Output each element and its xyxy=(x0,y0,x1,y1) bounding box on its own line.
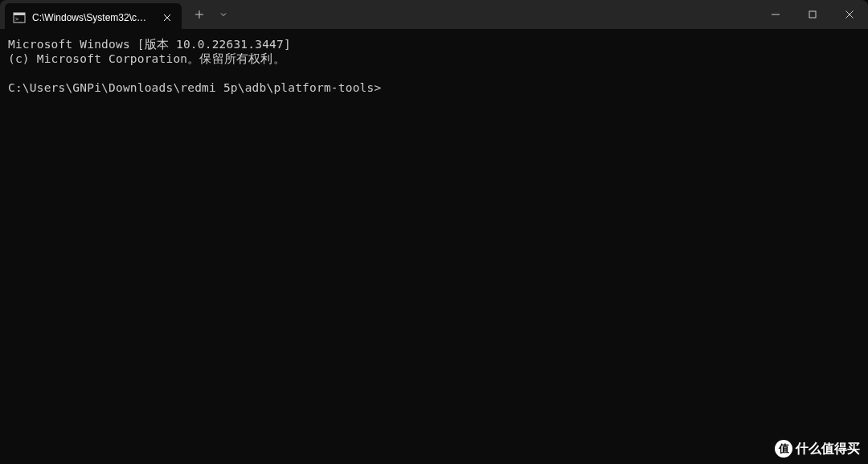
svg-rect-1 xyxy=(14,13,25,15)
terminal-output[interactable]: Microsoft Windows [版本 10.0.22631.3447] (… xyxy=(0,29,868,104)
maximize-button[interactable] xyxy=(794,0,831,29)
close-window-button[interactable] xyxy=(831,0,868,29)
watermark: 值 什么值得买 xyxy=(775,440,860,458)
prompt-line: C:\Users\GNPi\Downloads\redmi 5p\adb\pla… xyxy=(8,81,381,94)
minimize-button[interactable] xyxy=(757,0,794,29)
titlebar: >_ C:\Windows\System32\cmd.e xyxy=(0,0,868,29)
output-line: (c) Microsoft Corporation。保留所有权利。 xyxy=(8,52,285,65)
output-line: Microsoft Windows [版本 10.0.22631.3447] xyxy=(8,38,291,51)
tab-area: >_ C:\Windows\System32\cmd.e xyxy=(0,0,757,29)
window-controls xyxy=(757,0,868,29)
watermark-text: 什么值得买 xyxy=(796,441,860,458)
svg-rect-8 xyxy=(809,11,816,18)
watermark-badge: 值 xyxy=(775,440,792,458)
tab-actions xyxy=(182,0,233,29)
tab-dropdown-button[interactable] xyxy=(214,2,233,27)
tab-title: C:\Windows\System32\cmd.e xyxy=(32,12,154,23)
tab-active[interactable]: >_ C:\Windows\System32\cmd.e xyxy=(5,3,182,32)
cmd-icon: >_ xyxy=(13,11,26,24)
tab-close-button[interactable] xyxy=(161,11,174,24)
svg-text:>_: >_ xyxy=(15,16,23,23)
new-tab-button[interactable] xyxy=(186,2,212,27)
